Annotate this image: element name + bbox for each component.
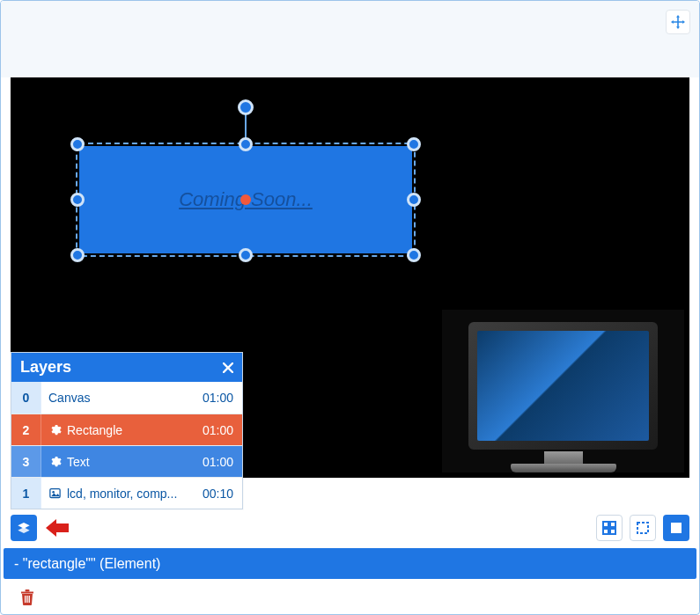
svg-rect-9 (26, 589, 30, 592)
gear-icon (48, 423, 62, 436)
layer-time: 01:00 (193, 455, 242, 469)
layer-time: 00:10 (193, 487, 242, 501)
selected-rectangle-text: Coming Soon... (79, 146, 412, 253)
delete-button[interactable] (20, 589, 34, 605)
layer-label: Canvas (41, 391, 193, 405)
layers-icon (17, 521, 31, 535)
image-monitor[interactable] (442, 310, 684, 472)
close-icon (223, 362, 233, 373)
status-text: - "rectangle"" (Element) (14, 556, 160, 572)
selected-rectangle[interactable]: Coming Soon... (79, 146, 412, 253)
top-bar (1, 1, 699, 77)
layer-time: 01:00 (193, 423, 242, 437)
trash-icon (20, 589, 34, 605)
svg-rect-4 (603, 529, 608, 534)
layer-row-text[interactable]: 3 Text 01:00 (11, 445, 242, 477)
toolbar (11, 513, 689, 543)
svg-rect-5 (610, 529, 615, 534)
move-icon (671, 15, 685, 29)
layer-row-canvas[interactable]: 0 Canvas 01:00 (11, 382, 242, 414)
layer-row-image[interactable]: 1 lcd, monitor, comp... 00:10 (11, 477, 242, 509)
rotation-stem (245, 107, 247, 144)
move-panel-button[interactable] (666, 10, 690, 34)
stop-button[interactable] (663, 515, 689, 541)
grid-view-button[interactable] (596, 515, 623, 541)
layer-index: 3 (11, 446, 41, 477)
svg-point-1 (52, 491, 55, 494)
gear-icon (48, 455, 62, 468)
status-bar: - "rectangle"" (Element) (4, 548, 696, 579)
layer-label: Text (41, 455, 193, 469)
layer-label: lcd, monitor, comp... (41, 487, 193, 501)
layer-label: Rectangle (41, 423, 193, 437)
layers-panel-title: Layers (20, 358, 71, 377)
svg-rect-6 (637, 523, 648, 533)
svg-rect-3 (610, 522, 615, 527)
rotation-handle[interactable] (238, 99, 254, 115)
layers-toggle-button[interactable] (11, 515, 37, 541)
layer-index: 2 (11, 414, 41, 445)
grid-icon (602, 521, 616, 535)
svg-rect-2 (603, 522, 608, 527)
bottom-row (1, 581, 699, 614)
layer-index: 1 (11, 478, 41, 509)
app-frame: Coming Soon... (0, 0, 700, 615)
layers-panel-close-button[interactable] (223, 362, 233, 373)
square-icon (670, 522, 682, 534)
layers-panel[interactable]: Layers 0 Canvas 01:00 2 Rectangle 01:00 … (11, 352, 243, 509)
svg-rect-7 (671, 523, 682, 533)
svg-rect-11 (26, 596, 27, 603)
svg-rect-10 (25, 596, 26, 603)
hint-arrow-icon (46, 519, 69, 537)
monitor-illustration (468, 322, 658, 472)
svg-rect-12 (29, 596, 30, 603)
layers-panel-header[interactable]: Layers (11, 353, 242, 382)
layer-time: 01:00 (193, 391, 242, 405)
svg-rect-8 (21, 592, 33, 594)
layer-index: 0 (11, 382, 41, 414)
layer-row-rectangle[interactable]: 2 Rectangle 01:00 (11, 414, 242, 445)
dashed-square-icon (636, 521, 650, 535)
picture-icon (48, 487, 62, 500)
select-outline-button[interactable] (630, 515, 656, 541)
